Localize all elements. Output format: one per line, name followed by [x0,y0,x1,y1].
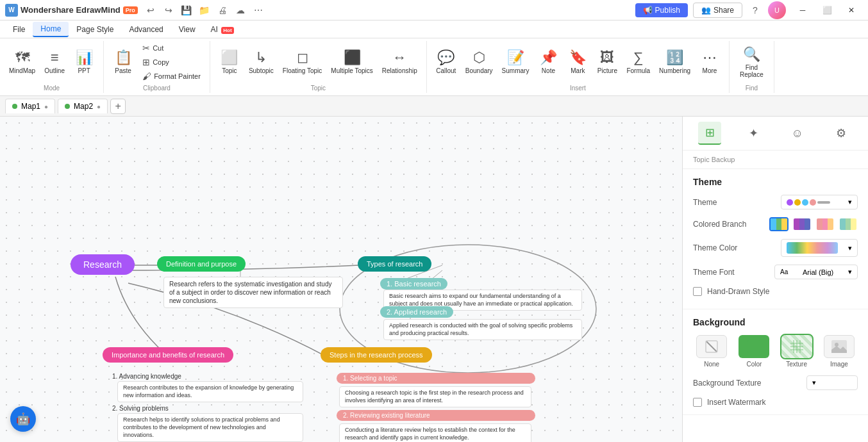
share-label: Share [714,6,734,15]
cb-option-2[interactable] [792,217,812,231]
picture-button[interactable]: 🖼 Picture [593,47,621,78]
subnode-applied[interactable]: 2. Applied research [380,306,453,318]
panel-tab-settings[interactable]: ⚙ [830,122,853,145]
bg-option-none[interactable]: None [693,335,730,368]
more-icon: ⋯ [703,49,717,66]
copy-label: Copy [153,58,169,66]
multiple-topics-button[interactable]: ⬛ Multiple Topics [327,47,376,78]
undo-button[interactable]: ↩ [143,3,158,18]
menu-home[interactable]: Home [33,22,69,37]
outline-button[interactable]: ≡ Outline [40,47,69,78]
help-button[interactable]: ? [747,3,763,18]
theme-dots [787,199,830,206]
publish-button[interactable]: 📢 Publish [635,3,688,17]
branch-steps[interactable]: Steps in the research process [321,347,432,363]
folder-button[interactable]: 📁 [197,3,212,18]
formula-button[interactable]: ∑ Formula [622,47,654,78]
menu-advanced[interactable]: Advanced [121,22,171,37]
subtopic-button[interactable]: ↳ Subtopic [245,47,278,78]
central-node[interactable]: Research [71,254,135,275]
tab-map1-close[interactable]: ● [44,103,48,110]
paste-button[interactable]: 📋 Paste [109,47,137,78]
minimize-button[interactable]: ─ [791,3,814,18]
menu-view[interactable]: View [171,22,203,37]
picture-label: Picture [597,67,617,75]
callout-button[interactable]: 💬 Callout [432,47,460,78]
ppt-label: PPT [78,67,90,75]
hand-drawn-row: Hand-Drawn Style [693,287,858,296]
menu-file[interactable]: File [5,22,33,37]
cb-option-1[interactable] [769,217,789,231]
ppt-button[interactable]: 📊 PPT [70,47,98,78]
share-button[interactable]: 👥 Share [693,3,742,18]
print-button[interactable]: 🖨 [215,3,230,18]
app-logo: W Wondershare EdrawMind Pro [5,4,138,17]
cb-option-4[interactable] [839,217,858,231]
publish-icon: 📢 [643,6,653,15]
bg-color-icon [739,335,769,358]
hand-drawn-checkbox[interactable] [693,287,702,296]
bg-texture-dropdown[interactable]: ▾ [806,375,858,390]
cut-button[interactable]: ✂ Cut [138,41,204,55]
bg-option-texture[interactable]: Texture [778,335,815,368]
branch-types[interactable]: Types of research [358,256,431,272]
find-group: 🔍 FindReplace Find [730,41,774,93]
pro-badge: Pro [123,6,138,14]
copy-button[interactable]: ⊞ Copy [138,55,204,69]
theme-color-dropdown[interactable]: ▾ [781,239,858,257]
panel-tab-emoji[interactable]: ☺ [786,122,809,145]
theme-color-label: Theme Color [693,243,737,252]
branch-importance[interactable]: Importance and benefits of research [103,347,233,363]
share-icon: 👥 [701,6,711,15]
redo-button[interactable]: ↪ [161,3,176,18]
theme-font-chevron-icon: ▾ [848,268,852,276]
ai-robot-button[interactable]: 🤖 [10,406,36,432]
steps-text-1: Choosing a research topic is the first s… [339,386,531,407]
menu-ai[interactable]: AI Hot [203,22,242,37]
add-tab-button[interactable]: + [110,99,126,114]
floating-topic-button[interactable]: ◻ Floating Topic [279,47,326,78]
background-section-title: Background [693,317,858,327]
panel-tab-layout[interactable]: ⊞ [698,122,721,145]
share-cloud-button[interactable]: ☁ [233,3,248,18]
close-button[interactable]: ✕ [840,3,863,18]
numbering-button[interactable]: 🔢 Numbering [655,47,694,78]
theme-font-dropdown[interactable]: Aa Arial (Big) ▾ [774,265,858,279]
tab-map1[interactable]: Map1 ● [5,99,55,113]
theme-row: Theme ▾ [693,195,858,209]
find-replace-button[interactable]: 🔍 FindReplace [735,44,769,81]
subtopic-label: Subtopic [249,67,274,75]
insert-watermark-checkbox[interactable] [693,398,702,407]
bg-option-image[interactable]: Image [821,335,858,368]
subnode-basic[interactable]: 1. Basic research [380,278,447,290]
note-button[interactable]: 📌 Note [534,47,562,78]
topic-button[interactable]: ⬜ Topic [215,47,244,78]
theme-dropdown[interactable]: ▾ [781,195,858,209]
cb-option-3[interactable] [815,217,835,231]
summary-button[interactable]: 📝 Summary [498,47,533,78]
branch-steps-label: Steps in the research process [330,351,423,359]
find-replace-label: FindReplace [740,64,764,78]
relationship-button[interactable]: ↔ Relationship [378,47,421,78]
topic-buttons: ⬜ Topic ↳ Subtopic ◻ Floating Topic ⬛ Mu… [215,41,421,83]
format-painter-button[interactable]: 🖌 Format Painter [138,69,204,83]
mindmap-canvas[interactable]: Research Definition and purpose Research… [0,117,682,442]
save-button[interactable]: 💾 [179,3,194,18]
mindmap-button[interactable]: 🗺 MindMap [5,47,39,78]
paste-icon: 📋 [115,49,132,66]
theme-font-row: Theme Font Aa Arial (Big) ▾ [693,265,858,279]
tab-map2[interactable]: Map2 ● [58,99,108,113]
more-button[interactable]: ⋯ More [696,47,724,78]
insert-buttons: 💬 Callout ⬡ Boundary 📝 Summary 📌 Note 🔖 … [432,41,724,83]
panel-title-text: Topic Backup [693,156,735,163]
bg-option-color[interactable]: Color [735,335,772,368]
boundary-button[interactable]: ⬡ Boundary [462,47,497,78]
menu-pagestyle[interactable]: Page Style [69,22,121,37]
maximize-button[interactable]: ⬜ [815,3,839,18]
mark-button[interactable]: 🔖 Mark [563,47,592,78]
tab-map2-close[interactable]: ● [97,103,101,110]
ppt-icon: 📊 [76,49,93,66]
panel-tab-ai[interactable]: ✦ [742,122,765,145]
more-titlebar-button[interactable]: ⋯ [251,3,266,18]
branch-definition[interactable]: Definition and purpose [157,256,246,272]
